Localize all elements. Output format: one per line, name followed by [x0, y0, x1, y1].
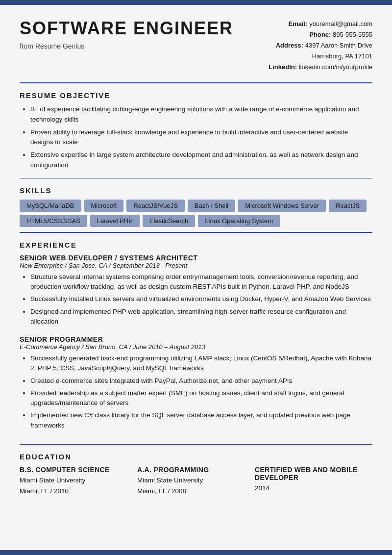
edu-1-school: Miami State University Miami, FL / 2010: [20, 475, 137, 496]
job-2-title: SENIOR PROGRAMMER: [20, 335, 372, 343]
edu-item-2: A.A. PROGRAMMING Miami State University …: [137, 466, 255, 496]
header-subtitle: from Resume Genius: [20, 42, 269, 50]
edu-1-degree: B.S. COMPUTER SCIENCE: [20, 466, 137, 474]
edu-item-1: B.S. COMPUTER SCIENCE Miami State Univer…: [20, 466, 137, 496]
education-title: EDUCATION: [20, 453, 372, 461]
linkedin-label: LinkedIn:: [269, 63, 297, 71]
edu-3-degree: CERTIFIED WEB AND MOBILE DEVELOPER: [255, 466, 372, 481]
header: SOFTWARE ENGINEER from Resume Genius Ema…: [0, 5, 392, 82]
resume-page: SOFTWARE ENGINEER from Resume Genius Ema…: [0, 0, 392, 555]
job-1-bullet-1: Structure several internal systems compr…: [30, 272, 372, 292]
linkedin-line: LinkedIn: linkedin.com/in/yourprofile: [269, 62, 372, 73]
job-1: SENIOR WEB DEVELOPER / SYSTEMS ARCHITECT…: [20, 254, 372, 327]
top-bar: [0, 0, 392, 5]
name-title: SOFTWARE ENGINEER: [20, 19, 269, 38]
job-2-bullet-3: Provided leadership as a subject matter …: [30, 388, 372, 408]
skills-section: SKILLS MySQL/MariaDB Microsoft ReactJS/V…: [0, 178, 392, 232]
linkedin-value: linkedin.com/in/yourprofile: [299, 63, 372, 71]
job-2: SENIOR PROGRAMMER E-Commerce Agency / Sa…: [20, 335, 372, 430]
job-2-bullet-4: Implemented new C# class library for the…: [30, 410, 372, 430]
edu-2-school: Miami State University Miami, FL / 2008: [137, 475, 255, 496]
skill-linux: Linux Operating System: [198, 215, 280, 227]
job-2-bullet-1: Successfully generated back-end programm…: [30, 353, 372, 374]
education-grid: B.S. COMPUTER SCIENCE Miami State Univer…: [20, 466, 372, 496]
job-1-bullet-2: Successfully installed Linux servers and…: [30, 294, 372, 304]
job-2-meta: E-Commerce Agency / San Bruno, CA / June…: [20, 343, 372, 351]
skill-elasticsearch: ElasticSearch: [143, 215, 195, 227]
objective-title: RESUME OBJECTIVE: [20, 91, 372, 100]
skill-html5: HTML5/CSS3/SAS: [20, 215, 87, 227]
experience-section: EXPERIENCE SENIOR WEB DEVELOPER / SYSTEM…: [0, 233, 392, 444]
edu-3-school: 2014: [255, 483, 372, 494]
edu-item-3: CERTIFIED WEB AND MOBILE DEVELOPER 2014: [255, 466, 372, 496]
email-value: youremail@gmail.com: [309, 20, 372, 27]
job-1-meta: New Enterprise / San Jose, CA / Septembe…: [20, 262, 372, 269]
header-left: SOFTWARE ENGINEER from Resume Genius: [20, 19, 269, 50]
address-value1: 4397 Aaron Smith Drive: [305, 42, 372, 49]
email-label: Email:: [289, 20, 308, 27]
bottom-bar: [0, 550, 392, 555]
job-2-list: Successfully generated back-end programm…: [20, 353, 372, 430]
job-1-list: Structure several internal systems compr…: [20, 272, 372, 327]
email-line: Email: youremail@gmail.com: [269, 19, 372, 29]
skill-bash-shell: Bash / Shell: [188, 200, 235, 212]
skill-laravel: Laravel PHP: [90, 215, 140, 227]
skill-reactjs-vuejs: ReactJS/VueJS: [126, 200, 185, 212]
edu-2-degree: A.A. PROGRAMMING: [137, 466, 255, 474]
objective-item-2: Proven ability to leverage full-stack kn…: [30, 127, 372, 148]
objective-section: RESUME OBJECTIVE 8+ of experience facili…: [0, 83, 392, 178]
education-section: EDUCATION B.S. COMPUTER SCIENCE Miami St…: [0, 445, 392, 501]
skills-container: MySQL/MariaDB Microsoft ReactJS/VueJS Ba…: [20, 200, 372, 227]
address-line: Address: 4397 Aaron Smith Drive Harrisbu…: [269, 40, 372, 62]
address-value2: Harrisburg, PA 17101: [284, 52, 372, 60]
job-1-bullet-3: Designed and implemented PHP web applica…: [30, 307, 372, 327]
phone-label: Phone:: [309, 31, 331, 38]
skill-windows-server: Microsoft Windows Server: [238, 200, 326, 212]
skill-mysql: MySQL/MariaDB: [20, 200, 81, 212]
job-2-bullet-2: Created e-commerce sites integrated with…: [30, 376, 372, 386]
objective-item-3: Extensive expertise in large system arch…: [30, 150, 372, 170]
experience-title: EXPERIENCE: [20, 241, 372, 249]
job-1-title: SENIOR WEB DEVELOPER / SYSTEMS ARCHITECT: [20, 254, 372, 262]
address-label: Address:: [276, 42, 303, 49]
phone-value: 895-555-5555: [333, 31, 372, 38]
skill-microsoft: Microsoft: [84, 200, 124, 212]
skills-title: SKILLS: [20, 186, 372, 195]
phone-line: Phone: 895-555-5555: [269, 29, 372, 40]
objective-item-1: 8+ of experience facilitating cutting-ed…: [30, 104, 372, 125]
header-contact: Email: youremail@gmail.com Phone: 895-55…: [269, 19, 372, 73]
objective-list: 8+ of experience facilitating cutting-ed…: [20, 104, 372, 170]
skill-reactjs: ReactJS: [329, 200, 367, 212]
